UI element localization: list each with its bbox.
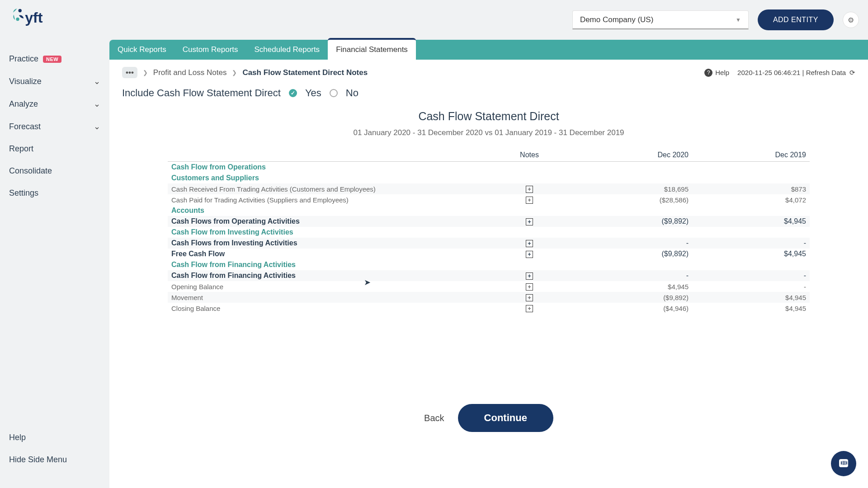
radio-yes-label: Yes [305,87,321,99]
row-label: Cash Received From Trading Activities (C… [168,185,484,193]
table-row: Customers and Suppliers [168,173,810,183]
svg-rect-7 [846,461,847,465]
row-value-2: $4,945 [692,305,810,312]
row-note-cell: + [484,293,575,301]
settings-gear-button[interactable]: ⚙ [843,12,859,28]
table-row: Opening Balance+$4,945- [168,281,810,292]
sidebar-item-forecast[interactable]: Forecast⌄ [0,115,109,138]
continue-button[interactable]: Continue [458,404,553,432]
sidebar: PracticeNEWVisualize⌄Analyze⌄Forecast⌄Re… [0,40,109,488]
chevron-down-icon: ⌄ [94,122,100,131]
tab-quick-reports[interactable]: Quick Reports [109,40,175,60]
row-note-cell: + [484,217,575,225]
table-row: Cash Flows from Investing Activities+-- [168,238,810,249]
sidebar-item-practice[interactable]: PracticeNEW [0,48,109,70]
breadcrumb-more-button[interactable]: ••• [122,67,137,78]
table-row: Cash Flow from Financing Activities+-- [168,270,810,281]
breadcrumb-current: Cash Flow Statement Direct Notes [242,68,368,77]
help-button[interactable]: ? Help [704,69,729,77]
tab-financial-statements[interactable]: Financial Statements [328,38,416,60]
sidebar-item-report[interactable]: Report [0,138,109,160]
row-value-1: ($9,892) [575,217,692,225]
col-period-1: Dec 2020 [575,151,692,159]
row-label: Accounts [168,206,484,215]
report-tabs: Quick ReportsCustom ReportsScheduled Rep… [109,40,868,60]
row-note-cell: + [484,304,575,312]
table-row: Closing Balance+($4,946)$4,945 [168,303,810,314]
svg-text:yft: yft [25,9,43,26]
row-value-2: $873 [692,185,810,193]
sidebar-item-analyze[interactable]: Analyze⌄ [0,93,109,115]
add-note-button[interactable]: + [526,294,533,301]
radio-no-label: No [346,87,359,99]
add-note-button[interactable]: + [526,218,533,225]
chevron-right-icon: ❯ [143,69,148,76]
add-entity-button[interactable]: ADD ENTITY [758,9,834,30]
include-label: Include Cash Flow Statement Direct [122,87,281,99]
footer-actions: Back Continue [109,404,868,432]
radio-no[interactable] [330,89,338,97]
row-note-cell: + [484,196,575,204]
add-note-button[interactable]: + [526,251,533,258]
row-value-1: $4,945 [575,283,692,291]
sidebar-item-consolidate[interactable]: Consolidate [0,160,109,182]
help-label: Help [715,69,729,76]
add-note-button[interactable]: + [526,197,533,204]
row-value-1: ($9,892) [575,294,692,301]
row-value-2: $4,945 [692,294,810,301]
sidebar-help[interactable]: Help [0,427,109,449]
row-label: Customers and Suppliers [168,174,484,182]
row-value-1: $18,695 [575,185,692,193]
report-panel: ••• ❯ Profit and Loss Notes ❯ Cash Flow … [109,60,868,488]
row-value-1: - [575,272,692,280]
row-label: Cash Flow from Operations [168,163,484,171]
table-row: Cash Flow from Financing Activities [168,259,810,270]
svg-rect-4 [841,461,842,465]
row-label: Cash Flows from Investing Activities [168,239,484,247]
row-label: Cash Flow from Investing Activities [168,228,484,236]
table-row: Movement+($9,892)$4,945 [168,292,810,303]
gear-icon: ⚙ [848,16,854,24]
add-note-button[interactable]: + [526,283,533,291]
sidebar-item-label: Visualize [9,77,42,86]
refresh-timestamp: 2020-11-25 06:46:21 | Refresh Data [737,69,846,76]
table-row: Free Cash Flow+($9,892)$4,945 [168,249,810,259]
company-select[interactable]: Demo Company (US) ▼ [572,10,749,29]
radio-yes[interactable] [289,89,297,97]
help-icon: ? [704,69,712,77]
sidebar-item-label: Forecast [9,122,41,131]
row-value-1: - [575,239,692,247]
row-value-2: $4,945 [692,250,810,258]
tab-scheduled-reports[interactable]: Scheduled Reports [246,40,328,60]
row-label: Opening Balance [168,283,484,291]
row-note-cell: + [484,272,575,280]
chevron-right-icon: ❯ [232,69,237,76]
syft-logo-icon: yft [9,6,59,34]
sidebar-item-visualize[interactable]: Visualize⌄ [0,70,109,93]
add-note-button[interactable]: + [526,186,533,193]
add-note-button[interactable]: + [526,240,533,247]
refresh-data-button[interactable]: 2020-11-25 06:46:21 | Refresh Data ⟳ [737,69,855,77]
breadcrumb-bar: ••• ❯ Profit and Loss Notes ❯ Cash Flow … [109,60,868,78]
row-label: Cash Flow from Financing Activities [168,261,484,269]
breadcrumb-prev[interactable]: Profit and Loss Notes [153,68,227,77]
refresh-icon: ⟳ [849,69,855,77]
dropdown-arrow-icon: ▼ [736,17,741,23]
table-row: Cash Flows from Operating Activities+($9… [168,216,810,227]
include-toggle-row: Include Cash Flow Statement Direct Yes N… [109,78,868,103]
sidebar-help-label: Help [9,433,26,442]
row-label: Movement [168,294,484,301]
back-button[interactable]: Back [424,413,444,423]
intercom-launcher[interactable] [831,451,856,476]
row-label: Closing Balance [168,305,484,312]
company-name: Demo Company (US) [580,15,654,24]
logo: yft [9,6,59,34]
row-value-1: ($4,946) [575,305,692,312]
sidebar-item-settings[interactable]: Settings [0,182,109,204]
add-note-button[interactable]: + [526,305,533,312]
tab-custom-reports[interactable]: Custom Reports [175,40,246,60]
add-note-button[interactable]: + [526,272,533,280]
report-title: Cash Flow Statement Direct [109,110,868,123]
chat-icon [837,457,850,470]
sidebar-hide-menu[interactable]: Hide Side Menu [0,449,109,471]
